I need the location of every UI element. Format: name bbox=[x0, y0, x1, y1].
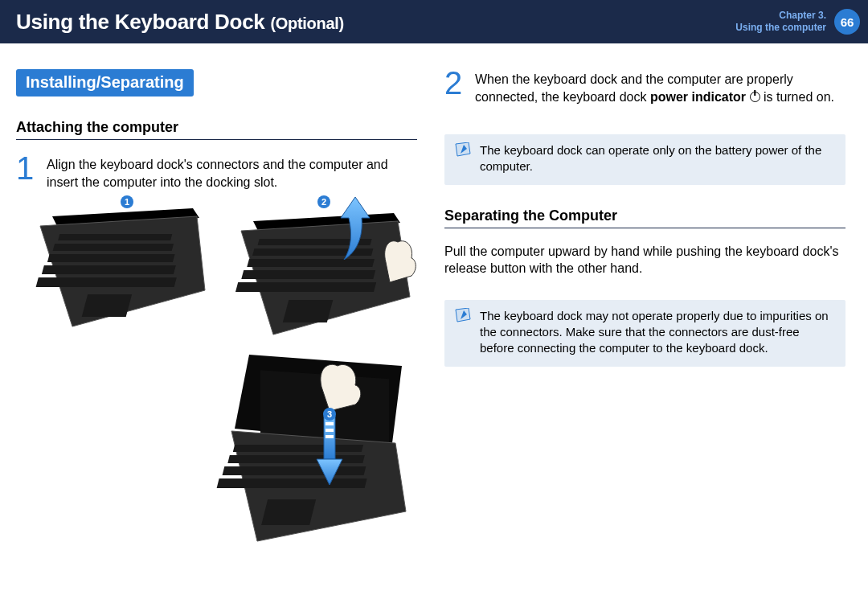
svg-rect-11 bbox=[283, 300, 334, 322]
note-impurities: The keyboard dock may not operate proper… bbox=[444, 300, 845, 367]
right-column: 2 When the keyboard dock and the compute… bbox=[444, 69, 845, 556]
subheading-separating: Separating the Computer bbox=[444, 207, 845, 228]
svg-rect-1 bbox=[53, 244, 174, 251]
svg-rect-10 bbox=[235, 282, 376, 292]
svg-rect-20 bbox=[326, 429, 334, 432]
chapter-line2: Using the computer bbox=[735, 22, 826, 34]
svg-rect-5 bbox=[82, 294, 133, 317]
svg-rect-9 bbox=[241, 270, 375, 279]
title-optional: (Optional) bbox=[270, 14, 343, 32]
section-heading: Installing/Separating bbox=[16, 69, 194, 97]
page-number-badge: 66 bbox=[834, 9, 860, 35]
docking-diagram: 1 bbox=[16, 202, 417, 556]
arrow-up-icon bbox=[338, 197, 373, 260]
power-icon bbox=[750, 92, 760, 102]
step-2: 2 When the keyboard dock and the compute… bbox=[444, 69, 845, 105]
chapter-line1: Chapter 3. bbox=[735, 10, 826, 22]
note-icon bbox=[454, 142, 472, 157]
note-impurities-text: The keyboard dock may not operate proper… bbox=[480, 309, 829, 355]
note-battery: The keyboard dock can operate only on th… bbox=[444, 134, 845, 185]
step-2-text: When the keyboard dock and the computer … bbox=[475, 69, 845, 105]
note-battery-text: The keyboard dock can operate only on th… bbox=[480, 143, 821, 173]
svg-rect-8 bbox=[247, 259, 375, 267]
keyboard-dock-image-2 bbox=[225, 202, 426, 343]
svg-rect-19 bbox=[326, 422, 334, 425]
subheading-attaching: Attaching the computer bbox=[16, 119, 417, 140]
title-main: Using the Keyboard Dock bbox=[16, 10, 265, 34]
svg-rect-2 bbox=[47, 254, 175, 262]
svg-rect-0 bbox=[58, 234, 172, 240]
step-1-number: 1 bbox=[16, 154, 39, 191]
svg-rect-4 bbox=[36, 277, 177, 287]
step-1: 1 Align the keyboard dock's connectors a… bbox=[16, 154, 417, 191]
page-number: 66 bbox=[841, 15, 854, 29]
step-1-text: Align the keyboard dock's connectors and… bbox=[47, 154, 417, 191]
header-right: Chapter 3. Using the computer 66 bbox=[735, 9, 860, 35]
keyboard-dock-image-1 bbox=[24, 202, 209, 331]
note-icon bbox=[454, 308, 472, 322]
svg-rect-21 bbox=[326, 435, 334, 438]
chapter-info: Chapter 3. Using the computer bbox=[735, 10, 826, 34]
page-title: Using the Keyboard Dock (Optional) bbox=[16, 10, 344, 35]
svg-rect-17 bbox=[261, 499, 316, 525]
page-header: Using the Keyboard Dock (Optional) Chapt… bbox=[0, 0, 868, 43]
content: Installing/Separating Attaching the comp… bbox=[0, 43, 868, 556]
left-column: Installing/Separating Attaching the comp… bbox=[16, 69, 417, 556]
step-2-number: 2 bbox=[444, 69, 467, 105]
separating-paragraph: Pull the computer upward by hand while p… bbox=[444, 243, 845, 277]
svg-rect-3 bbox=[42, 265, 176, 274]
arrow-down-icon bbox=[313, 416, 346, 487]
